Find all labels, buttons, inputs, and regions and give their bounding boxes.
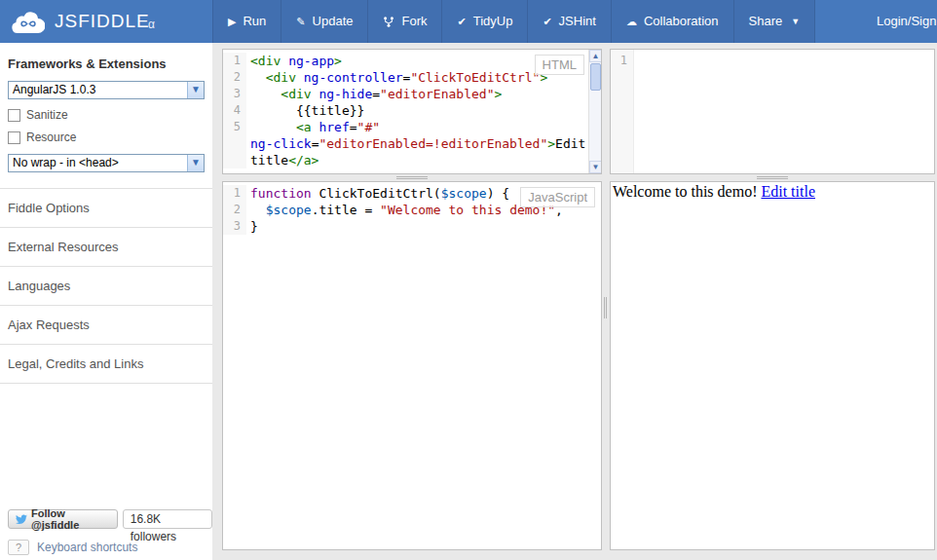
line-number: 1 (223, 185, 246, 202)
code-text: <div ng-app> (246, 53, 342, 69)
code-line[interactable]: ng-click="editorEnabled=!editorEnabled">… (223, 135, 601, 152)
code-line[interactable]: 3 <div ng-hide="editorEnabled"> (223, 86, 601, 102)
code-line[interactable]: 3} (223, 218, 601, 235)
nav-item-jshint[interactable]: ✔JSHint (527, 0, 611, 43)
code-text: function ClickToEditCtrl($scope) { (246, 185, 509, 202)
code-line[interactable]: 5 <a href="#" (223, 119, 601, 135)
scroll-up-icon[interactable]: ▲ (589, 50, 602, 62)
nav-item-run[interactable]: ▶Run (212, 0, 281, 43)
twitter-widget: Follow @jsfiddle 16.8K followers (8, 509, 212, 529)
keyboard-shortcuts-row: ? Keyboard shortcuts (8, 540, 137, 555)
result-panel: Welcome to this demo! Edit title (610, 181, 935, 550)
html-editor-panel[interactable]: HTML 1<div ng-app>2 <div ng-controller="… (222, 49, 602, 174)
scrollbar-thumb[interactable] (590, 63, 601, 91)
chevron-down-icon: ▼ (187, 82, 204, 98)
line-number: 4 (223, 102, 246, 119)
follow-jsfiddle-button[interactable]: Follow @jsfiddle (8, 509, 118, 529)
checkbox-resource[interactable]: Resource (8, 131, 205, 144)
html-editor-scrollbar[interactable]: ▲ ▼ (588, 50, 601, 173)
code-text: <div ng-hide="editorEnabled"> (246, 86, 502, 102)
nav-item-label: JSHint (559, 0, 596, 43)
brand-title[interactable]: JSFIDDLE (55, 11, 150, 32)
sidebar-sections: Fiddle OptionsExternal ResourcesLanguage… (0, 188, 212, 384)
sidebar-section-languages[interactable]: Languages (0, 266, 212, 305)
sidebar-section-external-resources[interactable]: External Resources (0, 227, 212, 266)
nav-item-label: Fork (401, 0, 427, 43)
js-code-area[interactable]: 1function ClickToEditCtrl($scope) {2 $sc… (223, 182, 601, 549)
code-text: <div ng-controller="ClickToEditCtrl"> (246, 69, 547, 86)
result-text: Welcome to this demo! (613, 183, 761, 200)
code-line[interactable]: title</a> (223, 152, 601, 168)
tidyup-icon: ✔ (457, 17, 466, 27)
checkbox-label: Resource (26, 131, 76, 144)
nav-item-label: TidyUp (473, 0, 513, 43)
framework-options: SanitizeResource (0, 108, 212, 144)
fork-icon (383, 16, 394, 28)
css-code-area[interactable]: 1 (611, 50, 934, 173)
js-editor-panel[interactable]: JavaScript 1function ClickToEditCtrl($sc… (222, 181, 602, 550)
css-editor-panel[interactable]: 1 (610, 49, 935, 174)
nav-item-share[interactable]: Share▼ (733, 0, 816, 43)
code-text: } (246, 218, 258, 235)
edit-title-link[interactable]: Edit title (761, 183, 815, 200)
wrap-select[interactable]: No wrap - in <head> ▼ (8, 154, 205, 172)
navbar-actions: ▶Run✎UpdateFork✔TidyUp✔JSHint☁Collaborat… (212, 0, 815, 43)
result-output: Welcome to this demo! Edit title (611, 182, 934, 202)
jsfiddle-logo-icon[interactable] (12, 9, 45, 34)
line-number: 2 (223, 202, 246, 218)
splitter-grip (757, 176, 788, 179)
question-key-icon[interactable]: ? (8, 540, 29, 555)
frameworks-heading: Frameworks & Extensions (0, 43, 212, 71)
html-panel-label: HTML (535, 55, 584, 75)
nav-item-collaboration[interactable]: ☁Collaboration (611, 0, 733, 43)
code-text: ng-click="editorEnabled=!editorEnabled">… (246, 135, 585, 152)
followers-count-badge: 16.8K followers (123, 509, 212, 529)
brand-alpha-badge: α (148, 18, 155, 31)
nav-item-fork[interactable]: Fork (367, 0, 441, 43)
scroll-down-icon[interactable]: ▼ (589, 161, 602, 173)
nav-item-tidyup[interactable]: ✔TidyUp (441, 0, 527, 43)
run-icon: ▶ (228, 17, 236, 27)
horizontal-splitter-right[interactable] (610, 174, 935, 181)
follow-button-label: Follow @jsfiddle (31, 507, 110, 531)
checkbox-sanitize[interactable]: Sanitize (8, 108, 205, 122)
code-text: title</a> (246, 152, 319, 168)
nav-item-label: Share (749, 0, 783, 43)
checkbox-icon[interactable] (8, 131, 20, 144)
login-signup-link[interactable]: Login/Sign up (877, 0, 937, 43)
sidebar-section-ajax-requests[interactable]: Ajax Requests (0, 305, 212, 344)
nav-item-label: Run (243, 0, 266, 43)
code-text: <a href="#" (246, 119, 380, 135)
jshint-icon: ✔ (543, 17, 551, 27)
code-line[interactable]: 4 {{title}} (223, 102, 601, 119)
keyboard-shortcuts-link[interactable]: Keyboard shortcuts (37, 541, 137, 554)
nav-item-update[interactable]: ✎Update (281, 0, 367, 43)
line-number: 2 (223, 69, 246, 86)
sidebar-section-legal-credits-and-links[interactable]: Legal, Credits and Links (0, 344, 212, 384)
framework-select-value: AngularJS 1.0.3 (13, 83, 95, 96)
nav-item-label: Collaboration (644, 0, 719, 43)
jsfiddle-app: JSFIDDLE α ▶Run✎UpdateFork✔TidyUp✔JSHint… (0, 0, 937, 560)
checkbox-icon[interactable] (8, 109, 20, 122)
splitter-grip (396, 176, 428, 179)
top-navbar: JSFIDDLE α ▶Run✎UpdateFork✔TidyUp✔JSHint… (0, 0, 937, 43)
wrap-select-value: No wrap - in <head> (13, 156, 119, 169)
line-number (223, 135, 246, 152)
line-number: 5 (223, 119, 246, 135)
share-caret-icon: ▼ (791, 0, 800, 43)
vertical-splitter[interactable] (602, 49, 610, 550)
splitter-grip (604, 297, 607, 318)
line-number (223, 152, 246, 168)
chevron-down-icon: ▼ (187, 155, 204, 171)
code-line[interactable]: 1 (611, 53, 934, 69)
line-number: 1 (611, 53, 634, 69)
checkbox-label: Sanitize (26, 108, 68, 122)
sidebar-section-fiddle-options[interactable]: Fiddle Options (0, 188, 212, 227)
code-text: $scope.title = "Welcome to this demo!", (246, 202, 563, 218)
code-text (634, 53, 638, 69)
left-sidebar: Frameworks & Extensions AngularJS 1.0.3 … (0, 43, 212, 560)
line-number: 1 (223, 53, 246, 69)
nav-item-label: Update (313, 0, 354, 43)
framework-select[interactable]: AngularJS 1.0.3 ▼ (8, 81, 205, 99)
horizontal-splitter-left[interactable] (222, 174, 602, 181)
